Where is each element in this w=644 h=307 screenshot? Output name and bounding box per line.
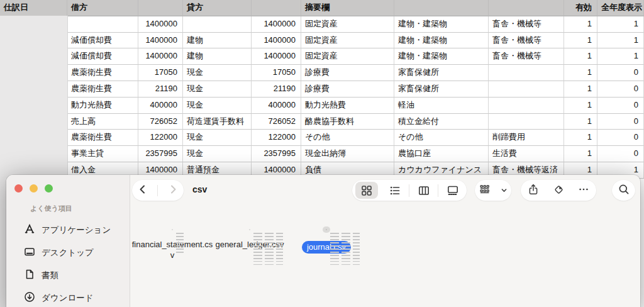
table-cell[interactable]: 1400000 [138, 33, 183, 49]
table-cell[interactable]: 建物・建築物 [394, 33, 489, 49]
table-cell[interactable]: 1 [597, 16, 644, 33]
table-cell[interactable]: 農協口座 [394, 146, 489, 162]
table-cell[interactable]: 1400000 [138, 16, 183, 33]
table-cell[interactable]: その他 [301, 130, 394, 146]
sidebar-item-downloads[interactable]: ダウンロード [6, 287, 130, 307]
table-cell[interactable]: 酪農協手数料 [301, 114, 394, 130]
table-cell[interactable]: 現金 [183, 130, 252, 146]
table-cell[interactable]: 1400000 [252, 33, 301, 49]
table-cell[interactable]: 現金 [183, 146, 252, 162]
header-cell[interactable]: 仕訳日 [0, 0, 67, 16]
table-cell[interactable]: 0 [597, 81, 644, 98]
table-cell[interactable]: 固定資産 [301, 33, 394, 49]
table-cell[interactable]: 建物 [183, 48, 252, 65]
table-cell[interactable]: 0 [597, 65, 644, 81]
table-cell[interactable]: 診療費 [301, 81, 394, 98]
table-cell[interactable]: 122000 [252, 130, 301, 146]
header-cell[interactable]: 有効 [564, 0, 597, 16]
table-cell[interactable]: 家畜保健所 [394, 81, 489, 98]
table-cell[interactable]: 0 [597, 98, 644, 114]
table-cell[interactable]: 1400000 [252, 48, 301, 65]
share-button[interactable] [527, 183, 540, 198]
table-cell[interactable]: 1 [597, 48, 644, 65]
forward-button[interactable] [167, 183, 179, 198]
table-cell[interactable]: 固定資産 [301, 48, 394, 65]
header-cell[interactable] [252, 0, 301, 16]
sidebar-item-desktop[interactable]: デスクトップ [6, 242, 130, 264]
header-cell[interactable]: 借方 [67, 0, 138, 16]
header-cell[interactable]: 全年度表示 [597, 0, 644, 16]
table-cell[interactable]: 現金 [183, 98, 252, 114]
zoom-window-button[interactable] [45, 184, 53, 193]
table-cell[interactable]: 1 [597, 33, 644, 49]
table-cell[interactable]: 0 [597, 114, 644, 130]
table-cell[interactable]: 畜舎・機械等 [489, 48, 564, 65]
header-cell[interactable] [394, 0, 489, 16]
header-cell[interactable]: 摘要欄 [301, 0, 394, 16]
table-cell[interactable] [489, 65, 564, 81]
header-cell[interactable] [489, 0, 564, 16]
table-cell[interactable]: 1 [564, 16, 597, 33]
table-cell[interactable]: 21190 [252, 81, 301, 98]
table-cell[interactable]: 荷造運賃手数料 [183, 114, 252, 130]
table-cell[interactable]: 現金 [183, 81, 252, 98]
group-by-button[interactable] [475, 180, 511, 201]
more-button[interactable] [577, 183, 590, 198]
table-cell[interactable]: 農薬衛生費 [67, 65, 138, 81]
column-view-button[interactable] [409, 180, 438, 201]
table-cell[interactable]: 1 [564, 33, 597, 49]
table-cell[interactable]: 建物・建築物 [394, 16, 489, 33]
table-cell[interactable]: 診療費 [301, 65, 394, 81]
table-cell[interactable]: 2357995 [252, 146, 301, 162]
table-cell[interactable]: 減価償却費 [67, 48, 138, 65]
list-view-button[interactable] [380, 180, 409, 201]
table-cell[interactable] [489, 81, 564, 98]
table-cell[interactable]: 0 [597, 130, 644, 146]
table-cell[interactable]: 122000 [138, 130, 183, 146]
table-cell[interactable]: 売上高 [67, 114, 138, 130]
table-cell[interactable]: 726052 [252, 114, 301, 130]
table-cell[interactable]: 農薬衛生費 [67, 81, 138, 98]
table-cell[interactable]: 軽油 [394, 98, 489, 114]
table-cell[interactable]: 726052 [138, 114, 183, 130]
table-cell[interactable]: 1400000 [138, 48, 183, 65]
table-cell[interactable] [67, 16, 138, 33]
sidebar-item-documents[interactable]: 書類 [6, 264, 130, 287]
header-cell[interactable]: 貸方 [183, 0, 252, 16]
table-cell[interactable]: 建物 [183, 33, 252, 49]
table-cell[interactable]: その他 [394, 130, 489, 146]
table-cell[interactable]: 1400000 [252, 16, 301, 33]
table-cell[interactable]: 事業主貸 [67, 146, 138, 162]
search-button[interactable] [612, 180, 635, 201]
table-cell[interactable]: 1 [564, 81, 597, 98]
header-cell[interactable] [138, 0, 183, 16]
table-cell[interactable]: 17050 [252, 65, 301, 81]
table-cell[interactable]: 1 [564, 98, 597, 114]
minimize-window-button[interactable] [30, 184, 38, 193]
table-cell[interactable]: 積立金給付 [394, 114, 489, 130]
close-window-button[interactable] [14, 184, 23, 193]
table-cell[interactable]: 生活費 [489, 146, 564, 162]
table-cell[interactable]: 固定資産 [301, 16, 394, 33]
table-cell[interactable]: 減価償却費 [67, 33, 138, 49]
table-cell[interactable]: 0 [597, 146, 644, 162]
table-cell[interactable]: 1 [564, 48, 597, 65]
table-cell[interactable]: 削蹄費用 [489, 130, 564, 146]
table-cell[interactable] [183, 16, 252, 33]
table-cell[interactable]: 畜舎・機械等 [489, 16, 564, 33]
icon-view-button[interactable] [352, 180, 380, 201]
table-cell[interactable]: 1 [564, 146, 597, 162]
table-cell[interactable]: 2357995 [138, 146, 183, 162]
table-cell[interactable]: 21190 [138, 81, 183, 98]
sidebar-item-applications[interactable]: アプリケーション [6, 219, 130, 242]
table-cell[interactable]: 1 [564, 114, 597, 130]
table-cell[interactable]: 1 [564, 130, 597, 146]
table-cell[interactable]: 建物・建築物 [394, 48, 489, 65]
table-cell[interactable]: 動力光熱費 [67, 98, 138, 114]
table-cell[interactable]: 畜舎・機械等 [489, 33, 564, 49]
table-cell[interactable] [489, 114, 564, 130]
table-cell[interactable]: 400000 [138, 98, 183, 114]
table-cell[interactable] [489, 98, 564, 114]
file-financial-statement[interactable]: financial_statement.csv [128, 224, 216, 260]
back-button[interactable] [136, 183, 149, 198]
